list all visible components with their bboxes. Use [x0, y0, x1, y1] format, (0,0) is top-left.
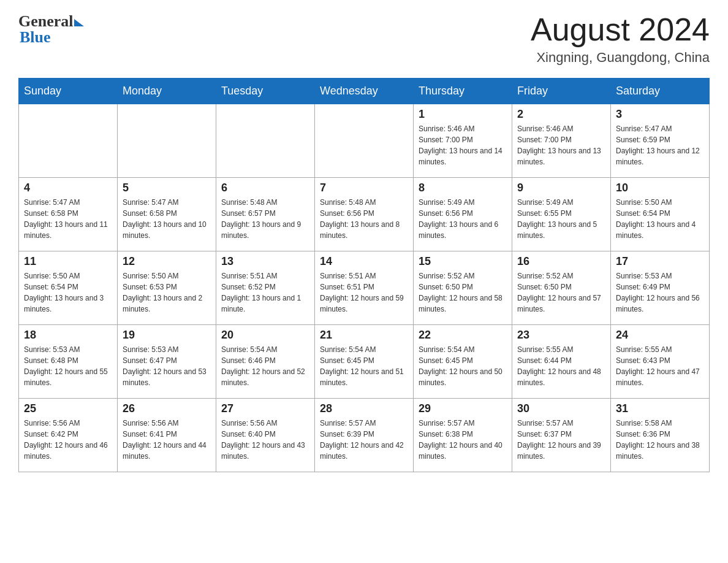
calendar-day-cell: 4Sunrise: 5:47 AMSunset: 6:58 PMDaylight…	[19, 178, 118, 251]
calendar-day-cell: 3Sunrise: 5:47 AMSunset: 6:59 PMDaylight…	[611, 104, 710, 178]
day-of-week-header: Saturday	[611, 79, 710, 104]
day-of-week-header: Wednesday	[315, 79, 414, 104]
calendar-week-row: 18Sunrise: 5:53 AMSunset: 6:48 PMDayligh…	[19, 325, 710, 399]
calendar-day-cell: 14Sunrise: 5:51 AMSunset: 6:51 PMDayligh…	[315, 251, 414, 325]
day-number: 2	[517, 108, 605, 121]
calendar-day-cell	[315, 104, 414, 178]
day-number: 15	[419, 255, 507, 268]
calendar-week-row: 11Sunrise: 5:50 AMSunset: 6:54 PMDayligh…	[19, 251, 710, 325]
calendar-table: SundayMondayTuesdayWednesdayThursdayFrid…	[18, 78, 710, 472]
day-of-week-header: Monday	[118, 79, 216, 104]
month-title: August 2024	[531, 12, 710, 47]
calendar-day-cell: 6Sunrise: 5:48 AMSunset: 6:57 PMDaylight…	[216, 178, 315, 251]
day-number: 23	[517, 329, 605, 342]
calendar-day-cell: 27Sunrise: 5:56 AMSunset: 6:40 PMDayligh…	[216, 399, 315, 472]
day-sun-info: Sunrise: 5:55 AMSunset: 6:43 PMDaylight:…	[616, 344, 704, 388]
calendar-day-cell: 1Sunrise: 5:46 AMSunset: 7:00 PMDaylight…	[414, 104, 512, 178]
calendar-day-cell: 12Sunrise: 5:50 AMSunset: 6:53 PMDayligh…	[118, 251, 216, 325]
day-sun-info: Sunrise: 5:53 AMSunset: 6:47 PMDaylight:…	[123, 344, 211, 388]
calendar-day-cell: 5Sunrise: 5:47 AMSunset: 6:58 PMDaylight…	[118, 178, 216, 251]
day-sun-info: Sunrise: 5:50 AMSunset: 6:54 PMDaylight:…	[24, 270, 112, 315]
day-number: 9	[517, 182, 605, 194]
day-sun-info: Sunrise: 5:58 AMSunset: 6:36 PMDaylight:…	[616, 418, 704, 462]
day-number: 18	[24, 329, 112, 342]
day-number: 10	[616, 182, 704, 194]
calendar-day-cell: 2Sunrise: 5:46 AMSunset: 7:00 PMDaylight…	[512, 104, 611, 178]
day-sun-info: Sunrise: 5:56 AMSunset: 6:41 PMDaylight:…	[123, 418, 211, 462]
day-of-week-header: Thursday	[414, 79, 512, 104]
calendar-day-cell: 29Sunrise: 5:57 AMSunset: 6:38 PMDayligh…	[414, 399, 512, 472]
day-number: 5	[123, 182, 211, 194]
day-number: 14	[320, 255, 408, 268]
calendar-day-cell: 19Sunrise: 5:53 AMSunset: 6:47 PMDayligh…	[118, 325, 216, 399]
day-sun-info: Sunrise: 5:56 AMSunset: 6:42 PMDaylight:…	[24, 418, 112, 462]
calendar-day-cell: 13Sunrise: 5:51 AMSunset: 6:52 PMDayligh…	[216, 251, 315, 325]
day-sun-info: Sunrise: 5:54 AMSunset: 6:45 PMDaylight:…	[419, 344, 507, 388]
day-number: 16	[517, 255, 605, 268]
day-sun-info: Sunrise: 5:50 AMSunset: 6:53 PMDaylight:…	[123, 270, 211, 315]
day-sun-info: Sunrise: 5:54 AMSunset: 6:45 PMDaylight:…	[320, 344, 408, 388]
day-number: 13	[221, 255, 309, 268]
day-sun-info: Sunrise: 5:49 AMSunset: 6:55 PMDaylight:…	[517, 197, 605, 241]
day-number: 24	[616, 329, 704, 342]
day-sun-info: Sunrise: 5:47 AMSunset: 6:58 PMDaylight:…	[123, 197, 211, 241]
day-sun-info: Sunrise: 5:56 AMSunset: 6:40 PMDaylight:…	[221, 418, 309, 462]
calendar-day-cell: 30Sunrise: 5:57 AMSunset: 6:37 PMDayligh…	[512, 399, 611, 472]
day-sun-info: Sunrise: 5:57 AMSunset: 6:37 PMDaylight:…	[517, 418, 605, 462]
day-number: 26	[123, 402, 211, 415]
day-number: 7	[320, 182, 408, 194]
day-sun-info: Sunrise: 5:57 AMSunset: 6:38 PMDaylight:…	[419, 418, 507, 462]
calendar-day-cell: 17Sunrise: 5:53 AMSunset: 6:49 PMDayligh…	[611, 251, 710, 325]
day-sun-info: Sunrise: 5:57 AMSunset: 6:39 PMDaylight:…	[320, 418, 408, 462]
calendar-day-cell: 20Sunrise: 5:54 AMSunset: 6:46 PMDayligh…	[216, 325, 315, 399]
calendar-day-cell: 31Sunrise: 5:58 AMSunset: 6:36 PMDayligh…	[611, 399, 710, 472]
day-sun-info: Sunrise: 5:48 AMSunset: 6:57 PMDaylight:…	[221, 197, 309, 241]
day-sun-info: Sunrise: 5:48 AMSunset: 6:56 PMDaylight:…	[320, 197, 408, 241]
calendar-week-row: 1Sunrise: 5:46 AMSunset: 7:00 PMDaylight…	[19, 104, 710, 178]
calendar-day-cell: 18Sunrise: 5:53 AMSunset: 6:48 PMDayligh…	[19, 325, 118, 399]
logo-blue-text: Blue	[20, 28, 51, 47]
calendar-day-cell: 11Sunrise: 5:50 AMSunset: 6:54 PMDayligh…	[19, 251, 118, 325]
location-text: Xingning, Guangdong, China	[531, 50, 710, 66]
calendar-day-cell: 16Sunrise: 5:52 AMSunset: 6:50 PMDayligh…	[512, 251, 611, 325]
day-of-week-header: Friday	[512, 79, 611, 104]
day-sun-info: Sunrise: 5:53 AMSunset: 6:49 PMDaylight:…	[616, 270, 704, 315]
day-sun-info: Sunrise: 5:55 AMSunset: 6:44 PMDaylight:…	[517, 344, 605, 388]
calendar-week-row: 25Sunrise: 5:56 AMSunset: 6:42 PMDayligh…	[19, 399, 710, 472]
day-number: 11	[24, 255, 112, 268]
page-header: General Blue August 2024 Xingning, Guang…	[18, 12, 710, 66]
calendar-day-cell: 21Sunrise: 5:54 AMSunset: 6:45 PMDayligh…	[315, 325, 414, 399]
day-number: 17	[616, 255, 704, 268]
day-number: 3	[616, 108, 704, 121]
day-sun-info: Sunrise: 5:47 AMSunset: 6:59 PMDaylight:…	[616, 123, 704, 167]
day-of-week-header: Tuesday	[216, 79, 315, 104]
calendar-day-cell	[118, 104, 216, 178]
calendar-day-cell: 7Sunrise: 5:48 AMSunset: 6:56 PMDaylight…	[315, 178, 414, 251]
day-number: 29	[419, 402, 507, 415]
calendar-day-cell: 9Sunrise: 5:49 AMSunset: 6:55 PMDaylight…	[512, 178, 611, 251]
day-number: 4	[24, 182, 112, 194]
calendar-day-cell: 23Sunrise: 5:55 AMSunset: 6:44 PMDayligh…	[512, 325, 611, 399]
day-number: 22	[419, 329, 507, 342]
calendar-day-cell: 28Sunrise: 5:57 AMSunset: 6:39 PMDayligh…	[315, 399, 414, 472]
day-number: 1	[419, 108, 507, 121]
day-sun-info: Sunrise: 5:46 AMSunset: 7:00 PMDaylight:…	[419, 123, 507, 167]
day-number: 31	[616, 402, 704, 415]
calendar-day-cell	[216, 104, 315, 178]
title-block: August 2024 Xingning, Guangdong, China	[531, 12, 710, 66]
calendar-week-row: 4Sunrise: 5:47 AMSunset: 6:58 PMDaylight…	[19, 178, 710, 251]
day-sun-info: Sunrise: 5:51 AMSunset: 6:52 PMDaylight:…	[221, 270, 309, 315]
day-sun-info: Sunrise: 5:46 AMSunset: 7:00 PMDaylight:…	[517, 123, 605, 167]
day-sun-info: Sunrise: 5:52 AMSunset: 6:50 PMDaylight:…	[517, 270, 605, 315]
calendar-header-row: SundayMondayTuesdayWednesdayThursdayFrid…	[19, 79, 710, 104]
day-number: 20	[221, 329, 309, 342]
day-number: 19	[123, 329, 211, 342]
calendar-day-cell: 26Sunrise: 5:56 AMSunset: 6:41 PMDayligh…	[118, 399, 216, 472]
calendar-day-cell: 10Sunrise: 5:50 AMSunset: 6:54 PMDayligh…	[611, 178, 710, 251]
day-sun-info: Sunrise: 5:49 AMSunset: 6:56 PMDaylight:…	[419, 197, 507, 241]
day-number: 27	[221, 402, 309, 415]
day-number: 21	[320, 329, 408, 342]
calendar-day-cell: 24Sunrise: 5:55 AMSunset: 6:43 PMDayligh…	[611, 325, 710, 399]
day-of-week-header: Sunday	[19, 79, 118, 104]
day-number: 30	[517, 402, 605, 415]
